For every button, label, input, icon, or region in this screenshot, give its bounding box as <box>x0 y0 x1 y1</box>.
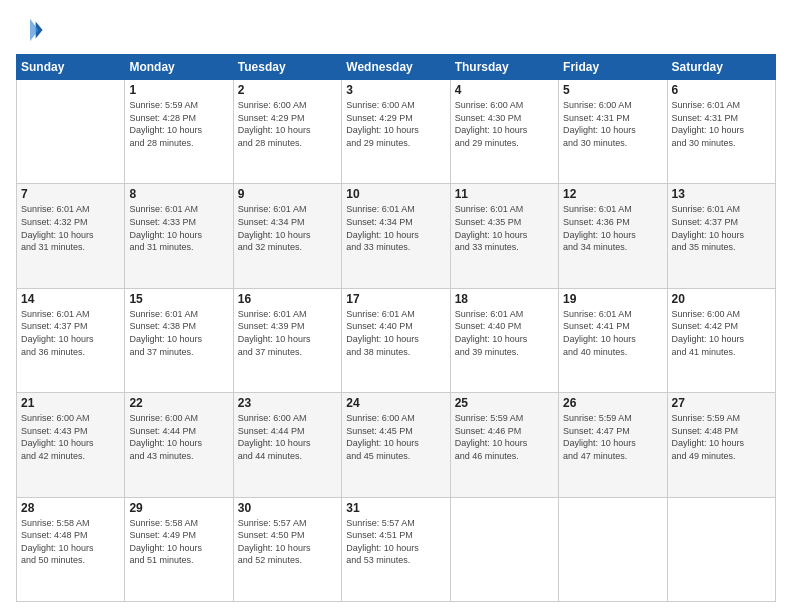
day-info: Sunrise: 6:00 AM Sunset: 4:29 PM Dayligh… <box>346 99 445 149</box>
day-info: Sunrise: 6:01 AM Sunset: 4:33 PM Dayligh… <box>129 203 228 253</box>
day-number: 30 <box>238 501 337 515</box>
day-info: Sunrise: 6:01 AM Sunset: 4:31 PM Dayligh… <box>672 99 771 149</box>
day-number: 11 <box>455 187 554 201</box>
day-number: 4 <box>455 83 554 97</box>
day-number: 17 <box>346 292 445 306</box>
day-number: 8 <box>129 187 228 201</box>
day-number: 21 <box>21 396 120 410</box>
weekday-header-thursday: Thursday <box>450 55 558 80</box>
page: SundayMondayTuesdayWednesdayThursdayFrid… <box>0 0 792 612</box>
calendar-cell: 2Sunrise: 6:00 AM Sunset: 4:29 PM Daylig… <box>233 80 341 184</box>
calendar-cell: 29Sunrise: 5:58 AM Sunset: 4:49 PM Dayli… <box>125 497 233 601</box>
logo-icon <box>16 16 44 44</box>
day-number: 6 <box>672 83 771 97</box>
day-info: Sunrise: 6:00 AM Sunset: 4:43 PM Dayligh… <box>21 412 120 462</box>
day-number: 31 <box>346 501 445 515</box>
day-info: Sunrise: 6:00 AM Sunset: 4:42 PM Dayligh… <box>672 308 771 358</box>
day-number: 16 <box>238 292 337 306</box>
day-info: Sunrise: 6:01 AM Sunset: 4:41 PM Dayligh… <box>563 308 662 358</box>
calendar-week-row: 21Sunrise: 6:00 AM Sunset: 4:43 PM Dayli… <box>17 393 776 497</box>
calendar-cell: 14Sunrise: 6:01 AM Sunset: 4:37 PM Dayli… <box>17 288 125 392</box>
calendar-cell <box>17 80 125 184</box>
calendar-cell: 4Sunrise: 6:00 AM Sunset: 4:30 PM Daylig… <box>450 80 558 184</box>
day-info: Sunrise: 5:58 AM Sunset: 4:48 PM Dayligh… <box>21 517 120 567</box>
logo <box>16 16 48 44</box>
day-info: Sunrise: 5:58 AM Sunset: 4:49 PM Dayligh… <box>129 517 228 567</box>
calendar-cell: 21Sunrise: 6:00 AM Sunset: 4:43 PM Dayli… <box>17 393 125 497</box>
day-number: 15 <box>129 292 228 306</box>
day-info: Sunrise: 5:59 AM Sunset: 4:47 PM Dayligh… <box>563 412 662 462</box>
day-number: 19 <box>563 292 662 306</box>
day-info: Sunrise: 6:01 AM Sunset: 4:35 PM Dayligh… <box>455 203 554 253</box>
calendar-cell: 26Sunrise: 5:59 AM Sunset: 4:47 PM Dayli… <box>559 393 667 497</box>
day-number: 1 <box>129 83 228 97</box>
day-number: 10 <box>346 187 445 201</box>
calendar-week-row: 7Sunrise: 6:01 AM Sunset: 4:32 PM Daylig… <box>17 184 776 288</box>
calendar-week-row: 1Sunrise: 5:59 AM Sunset: 4:28 PM Daylig… <box>17 80 776 184</box>
calendar-cell: 17Sunrise: 6:01 AM Sunset: 4:40 PM Dayli… <box>342 288 450 392</box>
calendar-cell: 24Sunrise: 6:00 AM Sunset: 4:45 PM Dayli… <box>342 393 450 497</box>
calendar-cell: 8Sunrise: 6:01 AM Sunset: 4:33 PM Daylig… <box>125 184 233 288</box>
day-info: Sunrise: 6:00 AM Sunset: 4:29 PM Dayligh… <box>238 99 337 149</box>
weekday-header-friday: Friday <box>559 55 667 80</box>
day-info: Sunrise: 6:01 AM Sunset: 4:36 PM Dayligh… <box>563 203 662 253</box>
day-number: 12 <box>563 187 662 201</box>
day-number: 5 <box>563 83 662 97</box>
day-info: Sunrise: 5:57 AM Sunset: 4:50 PM Dayligh… <box>238 517 337 567</box>
header <box>16 16 776 44</box>
day-info: Sunrise: 6:00 AM Sunset: 4:44 PM Dayligh… <box>238 412 337 462</box>
day-number: 25 <box>455 396 554 410</box>
weekday-header-wednesday: Wednesday <box>342 55 450 80</box>
day-number: 14 <box>21 292 120 306</box>
weekday-header-tuesday: Tuesday <box>233 55 341 80</box>
calendar-week-row: 14Sunrise: 6:01 AM Sunset: 4:37 PM Dayli… <box>17 288 776 392</box>
day-number: 7 <box>21 187 120 201</box>
day-info: Sunrise: 6:01 AM Sunset: 4:40 PM Dayligh… <box>346 308 445 358</box>
weekday-header-saturday: Saturday <box>667 55 775 80</box>
calendar-cell: 10Sunrise: 6:01 AM Sunset: 4:34 PM Dayli… <box>342 184 450 288</box>
calendar-cell: 9Sunrise: 6:01 AM Sunset: 4:34 PM Daylig… <box>233 184 341 288</box>
calendar-cell: 1Sunrise: 5:59 AM Sunset: 4:28 PM Daylig… <box>125 80 233 184</box>
day-number: 24 <box>346 396 445 410</box>
calendar-cell: 3Sunrise: 6:00 AM Sunset: 4:29 PM Daylig… <box>342 80 450 184</box>
calendar-cell: 23Sunrise: 6:00 AM Sunset: 4:44 PM Dayli… <box>233 393 341 497</box>
day-info: Sunrise: 6:01 AM Sunset: 4:34 PM Dayligh… <box>346 203 445 253</box>
day-info: Sunrise: 6:01 AM Sunset: 4:34 PM Dayligh… <box>238 203 337 253</box>
calendar-table: SundayMondayTuesdayWednesdayThursdayFrid… <box>16 54 776 602</box>
svg-marker-1 <box>30 19 38 41</box>
calendar-cell <box>450 497 558 601</box>
day-number: 22 <box>129 396 228 410</box>
day-info: Sunrise: 6:01 AM Sunset: 4:37 PM Dayligh… <box>21 308 120 358</box>
calendar-cell: 6Sunrise: 6:01 AM Sunset: 4:31 PM Daylig… <box>667 80 775 184</box>
day-number: 9 <box>238 187 337 201</box>
calendar-cell: 11Sunrise: 6:01 AM Sunset: 4:35 PM Dayli… <box>450 184 558 288</box>
calendar-week-row: 28Sunrise: 5:58 AM Sunset: 4:48 PM Dayli… <box>17 497 776 601</box>
day-info: Sunrise: 6:00 AM Sunset: 4:31 PM Dayligh… <box>563 99 662 149</box>
calendar-cell: 20Sunrise: 6:00 AM Sunset: 4:42 PM Dayli… <box>667 288 775 392</box>
calendar-cell: 27Sunrise: 5:59 AM Sunset: 4:48 PM Dayli… <box>667 393 775 497</box>
calendar-cell: 31Sunrise: 5:57 AM Sunset: 4:51 PM Dayli… <box>342 497 450 601</box>
day-info: Sunrise: 6:00 AM Sunset: 4:44 PM Dayligh… <box>129 412 228 462</box>
weekday-header-row: SundayMondayTuesdayWednesdayThursdayFrid… <box>17 55 776 80</box>
day-info: Sunrise: 6:01 AM Sunset: 4:39 PM Dayligh… <box>238 308 337 358</box>
day-number: 26 <box>563 396 662 410</box>
day-number: 13 <box>672 187 771 201</box>
calendar-cell: 15Sunrise: 6:01 AM Sunset: 4:38 PM Dayli… <box>125 288 233 392</box>
day-number: 20 <box>672 292 771 306</box>
day-number: 23 <box>238 396 337 410</box>
day-info: Sunrise: 5:59 AM Sunset: 4:46 PM Dayligh… <box>455 412 554 462</box>
day-number: 28 <box>21 501 120 515</box>
calendar-cell: 25Sunrise: 5:59 AM Sunset: 4:46 PM Dayli… <box>450 393 558 497</box>
day-number: 18 <box>455 292 554 306</box>
day-info: Sunrise: 6:01 AM Sunset: 4:38 PM Dayligh… <box>129 308 228 358</box>
calendar-cell: 28Sunrise: 5:58 AM Sunset: 4:48 PM Dayli… <box>17 497 125 601</box>
day-info: Sunrise: 6:01 AM Sunset: 4:32 PM Dayligh… <box>21 203 120 253</box>
calendar-cell: 7Sunrise: 6:01 AM Sunset: 4:32 PM Daylig… <box>17 184 125 288</box>
calendar-cell: 16Sunrise: 6:01 AM Sunset: 4:39 PM Dayli… <box>233 288 341 392</box>
day-info: Sunrise: 5:57 AM Sunset: 4:51 PM Dayligh… <box>346 517 445 567</box>
weekday-header-monday: Monday <box>125 55 233 80</box>
day-number: 2 <box>238 83 337 97</box>
day-info: Sunrise: 6:01 AM Sunset: 4:37 PM Dayligh… <box>672 203 771 253</box>
day-info: Sunrise: 6:00 AM Sunset: 4:45 PM Dayligh… <box>346 412 445 462</box>
day-info: Sunrise: 5:59 AM Sunset: 4:28 PM Dayligh… <box>129 99 228 149</box>
